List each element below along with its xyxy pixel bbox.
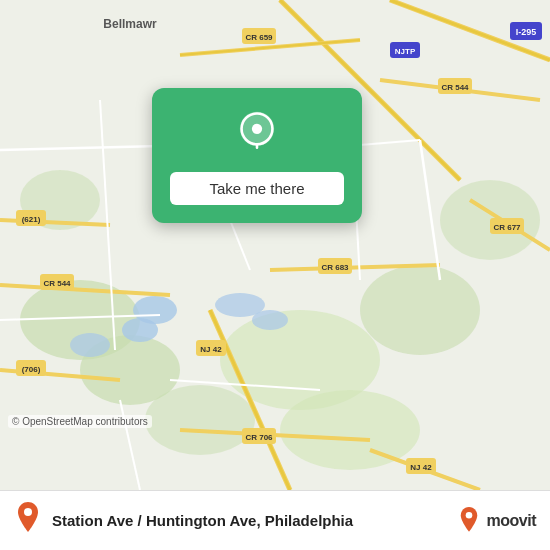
svg-text:I-295: I-295 <box>516 27 537 37</box>
svg-text:CR 706: CR 706 <box>245 433 273 442</box>
svg-text:CR 677: CR 677 <box>493 223 521 232</box>
svg-point-4 <box>360 265 480 355</box>
svg-point-5 <box>440 180 540 260</box>
svg-text:CR 683: CR 683 <box>321 263 349 272</box>
bottom-location-pin-icon <box>14 502 42 536</box>
svg-text:NJ 42: NJ 42 <box>410 463 432 472</box>
moovit-brand-text: moovit <box>487 512 536 530</box>
location-icon-wrap <box>14 502 42 540</box>
svg-point-71 <box>465 511 472 518</box>
svg-text:Bellmawr: Bellmawr <box>103 17 157 31</box>
map-container: I-295 NJTP NJTP CR 659 CR 544 CR 544 (62… <box>0 0 550 490</box>
svg-point-70 <box>24 508 32 516</box>
svg-point-13 <box>252 310 288 330</box>
bottom-location-title: Station Ave / Huntington Ave, Philadelph… <box>52 512 445 529</box>
moovit-logo: moovit <box>455 507 536 535</box>
bottom-text: Station Ave / Huntington Ave, Philadelph… <box>52 512 445 529</box>
svg-point-10 <box>122 318 158 342</box>
moovit-pin-icon <box>455 507 483 535</box>
popup-card: Take me there <box>152 88 362 223</box>
svg-text:NJ 42: NJ 42 <box>200 345 222 354</box>
svg-text:NJTP: NJTP <box>395 47 416 56</box>
svg-point-7 <box>145 385 255 455</box>
svg-point-11 <box>70 333 110 357</box>
svg-point-69 <box>252 124 262 134</box>
take-me-there-button[interactable]: Take me there <box>170 172 344 205</box>
svg-text:CR 544: CR 544 <box>441 83 469 92</box>
svg-text:(621): (621) <box>22 215 41 224</box>
svg-text:CR 544: CR 544 <box>43 279 71 288</box>
map-attribution: © OpenStreetMap contributors <box>8 415 152 428</box>
svg-text:(706): (706) <box>22 365 41 374</box>
svg-point-6 <box>280 390 420 470</box>
svg-text:CR 659: CR 659 <box>245 33 273 42</box>
bottom-bar: Station Ave / Huntington Ave, Philadelph… <box>0 490 550 550</box>
location-pin-icon <box>233 110 281 158</box>
